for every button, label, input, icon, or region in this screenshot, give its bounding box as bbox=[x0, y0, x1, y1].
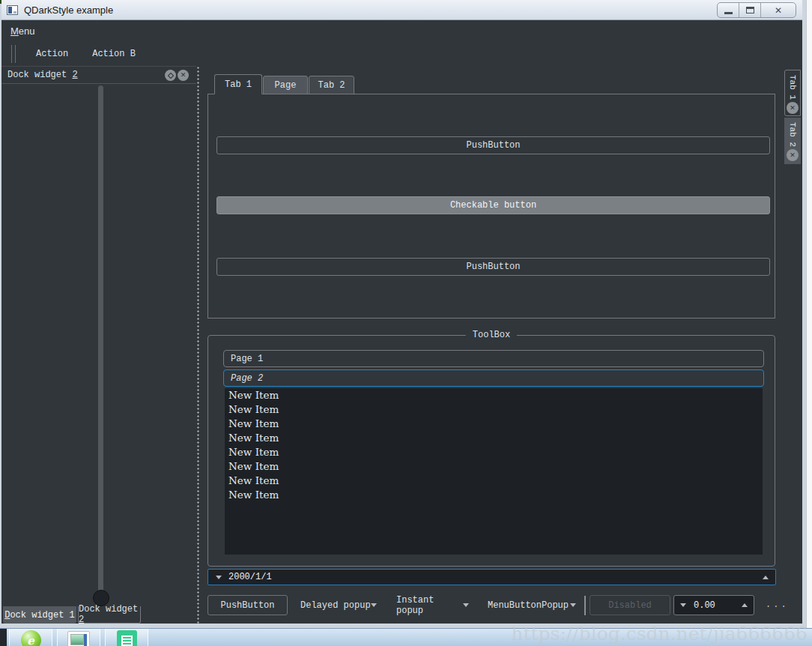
toolbar-action[interactable]: Action bbox=[32, 47, 72, 61]
spin-value: 0.00 bbox=[694, 600, 715, 611]
tab-close-button[interactable]: ✕ bbox=[787, 149, 799, 161]
delayed-popup-button[interactable]: Delayed popup bbox=[297, 595, 381, 615]
tab-tab2[interactable]: Tab 2 bbox=[309, 76, 354, 94]
close-icon: ✕ bbox=[775, 5, 782, 16]
taskbar-button-image-viewer[interactable] bbox=[57, 629, 100, 646]
dock-titlebar: Dock widget 2 ✕ bbox=[1, 66, 196, 84]
chevron-down-icon bbox=[463, 603, 469, 607]
checkable-button[interactable]: Checkable button bbox=[216, 196, 770, 214]
app-icon bbox=[7, 5, 18, 15]
disabled-button: Disabled bbox=[590, 595, 670, 615]
list-widget: New Item New Item New Item New Item New … bbox=[225, 388, 763, 555]
list-item[interactable]: New Item bbox=[225, 459, 763, 474]
list-item[interactable]: New Item bbox=[225, 388, 763, 402]
maximize-icon bbox=[746, 7, 754, 13]
tab1-pane: PushButton Checkable button PushButton bbox=[207, 94, 775, 319]
menu-button-popup[interactable]: MenuButtonPopup bbox=[484, 595, 580, 615]
list-item[interactable]: New Item bbox=[225, 445, 763, 459]
browser-icon: e bbox=[21, 630, 41, 646]
menubar: Menu bbox=[1, 21, 802, 41]
chevron-down-icon bbox=[216, 576, 222, 579]
date-edit[interactable]: 2000/1/1 bbox=[207, 569, 776, 585]
start-button-edge[interactable] bbox=[0, 629, 7, 646]
spin-down-icon[interactable] bbox=[680, 603, 686, 607]
vertical-slider-track[interactable] bbox=[98, 85, 103, 600]
maximize-button[interactable] bbox=[739, 3, 761, 17]
image-viewer-icon bbox=[67, 631, 90, 646]
dock-float-button[interactable] bbox=[165, 70, 176, 81]
list-item[interactable]: New Item bbox=[225, 488, 763, 502]
dock-tab-widget2[interactable]: Dock widget 2 bbox=[78, 606, 141, 624]
right-tab1[interactable]: Tab 1 ✕ bbox=[784, 70, 801, 116]
list-item[interactable]: New Item bbox=[225, 474, 763, 488]
window-title: QDarkStyle example bbox=[24, 4, 113, 16]
list-item[interactable]: New Item bbox=[225, 402, 763, 417]
push-button-1[interactable]: PushButton bbox=[216, 136, 770, 154]
toolbox-page1-header[interactable]: Page 1 bbox=[223, 350, 764, 367]
tab-close-button[interactable]: ✕ bbox=[787, 102, 799, 114]
dock-close-button[interactable]: ✕ bbox=[178, 70, 189, 81]
minimize-button[interactable] bbox=[718, 3, 739, 17]
instant-popup-button[interactable]: Instant popup bbox=[393, 595, 473, 615]
dock-splitter[interactable] bbox=[196, 66, 201, 624]
close-icon: ✕ bbox=[790, 105, 796, 112]
toolbar-separator bbox=[584, 596, 586, 615]
list-item[interactable]: New Item bbox=[225, 431, 763, 445]
close-icon: ✕ bbox=[181, 72, 187, 79]
titlebar: QDarkStyle example ✕ bbox=[1, 0, 802, 20]
float-icon bbox=[167, 72, 173, 78]
window-frame-left bbox=[0, 0, 1, 628]
toolbox-page2-header[interactable]: Page 2 bbox=[223, 369, 764, 387]
push-button-2[interactable]: PushButton bbox=[216, 258, 770, 276]
right-tab2[interactable]: Tab 2 ✕ bbox=[784, 118, 801, 164]
chevron-down-icon bbox=[570, 603, 576, 607]
document-icon bbox=[117, 630, 137, 646]
date-value: 2000/1/1 bbox=[228, 572, 272, 582]
chevron-down-icon bbox=[371, 603, 377, 607]
spin-up-icon[interactable] bbox=[742, 603, 748, 607]
window-controls: ✕ bbox=[717, 2, 796, 18]
taskbar-button-document[interactable] bbox=[105, 629, 148, 646]
dock-tab-widget1[interactable]: Dock widget 1 bbox=[3, 606, 76, 624]
tab-tab1[interactable]: Tab 1 bbox=[214, 74, 262, 94]
toolbox-groupbox: ToolBox Page 1 Page 2 New Item New Item … bbox=[207, 335, 775, 567]
background-window-edge bbox=[806, 0, 812, 628]
main-toolbar: Action Action B bbox=[1, 41, 802, 66]
close-button[interactable]: ✕ bbox=[761, 3, 796, 17]
groupbox-title: ToolBox bbox=[466, 330, 517, 340]
menu-item-menu[interactable]: Menu bbox=[1, 25, 44, 37]
close-icon: ✕ bbox=[790, 152, 796, 159]
spin-up-icon[interactable] bbox=[763, 576, 769, 579]
toolbar-overflow-button[interactable]: ... bbox=[766, 600, 789, 610]
taskbar-button-browser[interactable]: e bbox=[9, 629, 52, 646]
screen: QDarkStyle example ✕ Menu Action Action … bbox=[0, 0, 812, 646]
double-spinbox[interactable]: 0.00 bbox=[673, 595, 754, 615]
bottom-push-button[interactable]: PushButton bbox=[207, 595, 288, 615]
toolbar-handle[interactable] bbox=[11, 45, 16, 63]
window-frame-right bbox=[802, 0, 806, 628]
dock-title: Dock widget 2 bbox=[7, 70, 78, 80]
tab-page[interactable]: Page bbox=[263, 76, 308, 94]
toolbar-action-b[interactable]: Action B bbox=[88, 47, 139, 61]
minimize-icon bbox=[724, 12, 733, 14]
taskbar: e bbox=[0, 628, 812, 646]
list-item[interactable]: New Item bbox=[225, 417, 763, 431]
